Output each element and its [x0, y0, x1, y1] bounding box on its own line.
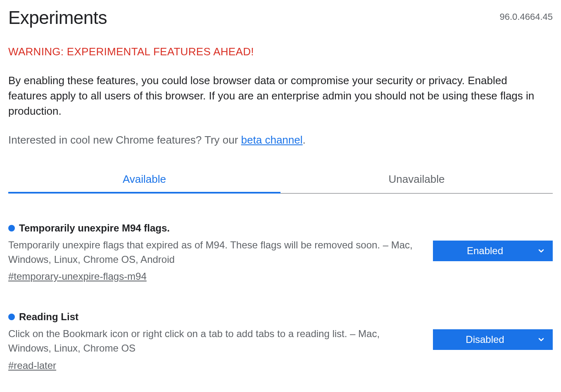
promo-text: Interested in cool new Chrome features? …: [8, 134, 553, 146]
promo-suffix: .: [303, 134, 306, 146]
chevron-down-icon: [537, 335, 545, 344]
chevron-down-icon: [537, 247, 545, 255]
promo-prefix: Interested in cool new Chrome features? …: [8, 134, 241, 146]
experiment-hash-link[interactable]: #read-later: [8, 360, 56, 371]
experiment-state-select[interactable]: Disabled: [433, 329, 553, 350]
experiment-description: Temporarily unexpire flags that expired …: [8, 238, 416, 267]
experiment-item: Reading List Click on the Bookmark icon …: [8, 311, 553, 371]
experiment-item: Temporarily unexpire M94 flags. Temporar…: [8, 222, 553, 283]
experiment-title: Reading List: [19, 311, 78, 323]
beta-channel-link[interactable]: beta channel: [241, 134, 303, 146]
description-text: By enabling these features, you could lo…: [8, 73, 537, 119]
warning-text: WARNING: EXPERIMENTAL FEATURES AHEAD!: [8, 45, 553, 58]
modified-indicator-icon: [8, 314, 15, 320]
tab-unavailable[interactable]: Unavailable: [280, 166, 553, 193]
version-label: 96.0.4664.45: [500, 12, 553, 22]
tab-available[interactable]: Available: [8, 166, 280, 193]
select-value: Enabled: [433, 245, 537, 257]
tabs-container: Available Unavailable: [8, 166, 553, 194]
page-title: Experiments: [8, 7, 107, 28]
experiment-title: Temporarily unexpire M94 flags.: [19, 222, 170, 234]
select-value: Disabled: [433, 334, 537, 345]
experiment-description: Click on the Bookmark icon or right clic…: [8, 327, 416, 356]
experiment-hash-link[interactable]: #temporary-unexpire-flags-m94: [8, 271, 147, 282]
modified-indicator-icon: [8, 225, 15, 231]
experiment-state-select[interactable]: Enabled: [433, 241, 553, 261]
